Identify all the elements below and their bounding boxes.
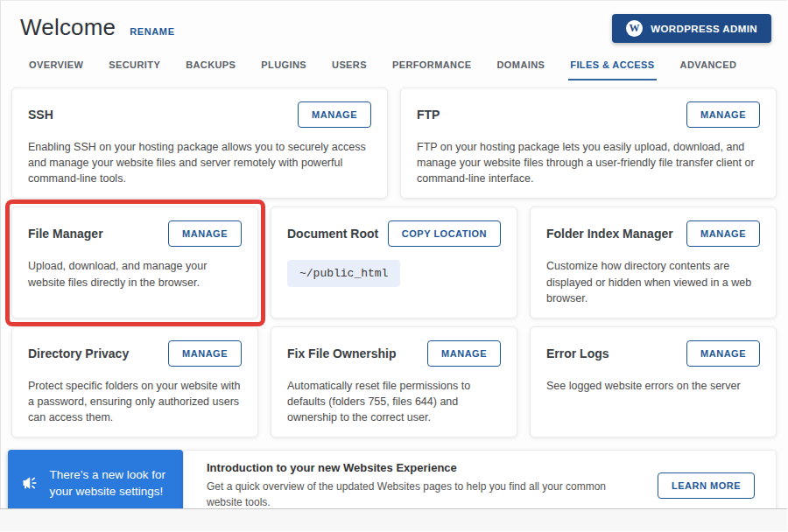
tab-security[interactable]: SECURITY	[107, 54, 162, 80]
card-file-manager: File Manager MANAGE Upload, download, an…	[11, 206, 258, 318]
directory-privacy-manage-button[interactable]: MANAGE	[168, 340, 242, 367]
card-document-root: Document Root COPY LOCATION ~/public_htm…	[271, 206, 517, 318]
learn-more-button[interactable]: LEARN MORE	[658, 472, 755, 499]
banner-description: Get a quick overview of the updated Webs…	[207, 479, 631, 510]
footer-strip	[0, 508, 787, 531]
copy-location-button[interactable]: COPY LOCATION	[388, 220, 501, 247]
rename-link[interactable]: RENAME	[130, 26, 174, 37]
tab-backups[interactable]: BACKUPS	[184, 54, 237, 80]
wordpress-admin-button[interactable]: W WORDPRESS ADMIN	[612, 14, 771, 43]
hosting-settings-page: Welcome RENAME W WORDPRESS ADMIN OVERVIE…	[0, 0, 787, 531]
document-root-title: Document Root	[287, 227, 378, 241]
tab-files-and-access[interactable]: FILES & ACCESS	[568, 54, 656, 80]
error-logs-title: Error Logs	[546, 346, 609, 360]
page-header: Welcome RENAME W WORDPRESS ADMIN	[1, 1, 787, 43]
card-ftp: FTP MANAGE FTP on your hosting package l…	[400, 88, 777, 199]
card-error-logs: Error Logs MANAGE See logged website err…	[530, 326, 777, 438]
welcome-row: Welcome RENAME	[20, 14, 175, 41]
ftp-description: FTP on your hosting package lets you eas…	[417, 139, 760, 186]
file-manager-highlight-wrapper: File Manager MANAGE Upload, download, an…	[11, 206, 258, 318]
folder-index-manager-manage-button[interactable]: MANAGE	[686, 220, 760, 247]
card-ssh: SSH MANAGE Enabling SSH on your hosting …	[11, 88, 388, 199]
ssh-description: Enabling SSH on your hosting package all…	[28, 139, 371, 186]
banner-title: Introduction to your new Websites Experi…	[207, 461, 631, 474]
ftp-manage-button[interactable]: MANAGE	[686, 102, 760, 128]
card-fix-file-ownership: Fix File Ownership MANAGE Automatically …	[271, 326, 517, 438]
folder-index-manager-description: Customize how directory contents are dis…	[546, 258, 760, 305]
banner-text: Introduction to your new Websites Experi…	[207, 461, 658, 510]
folder-index-manager-title: Folder Index Manager	[546, 227, 673, 241]
error-logs-description: See logged website errors on the server	[546, 378, 760, 394]
error-logs-manage-button[interactable]: MANAGE	[686, 340, 760, 367]
tab-bar: OVERVIEW SECURITY BACKUPS PLUGINS USERS …	[1, 54, 787, 80]
megaphone-icon	[22, 469, 38, 497]
promo-callout: There’s a new look for your website sett…	[8, 450, 183, 516]
tab-advanced[interactable]: ADVANCED	[679, 54, 739, 80]
card-folder-index-manager: Folder Index Manager MANAGE Customize ho…	[530, 206, 777, 318]
document-root-path: ~/public_html	[287, 260, 400, 287]
promo-text: There’s a new look for your website sett…	[49, 466, 169, 500]
ftp-title: FTP	[417, 108, 440, 122]
tab-plugins[interactable]: PLUGINS	[259, 54, 308, 80]
fix-file-ownership-description: Automatically reset file permissions to …	[287, 378, 501, 425]
wordpress-logo-icon: W	[626, 20, 643, 37]
directory-privacy-title: Directory Privacy	[28, 346, 129, 360]
file-manager-description: Upload, download, and manage your websit…	[28, 258, 242, 290]
directory-privacy-description: Protect specific folders on your website…	[28, 378, 242, 425]
ssh-manage-button[interactable]: MANAGE	[298, 102, 371, 128]
fix-file-ownership-title: Fix File Ownership	[287, 346, 396, 360]
tab-domains[interactable]: DOMAINS	[496, 54, 547, 80]
file-manager-manage-button[interactable]: MANAGE	[168, 220, 242, 247]
tab-performance[interactable]: PERFORMANCE	[390, 54, 474, 80]
file-manager-title: File Manager	[28, 227, 103, 241]
fix-file-ownership-manage-button[interactable]: MANAGE	[427, 340, 501, 367]
tab-users[interactable]: USERS	[330, 54, 369, 80]
card-directory-privacy: Directory Privacy MANAGE Protect specifi…	[11, 326, 258, 438]
page-title: Welcome	[20, 14, 116, 41]
wordpress-admin-label: WORDPRESS ADMIN	[651, 24, 757, 34]
cards-area: SSH MANAGE Enabling SSH on your hosting …	[1, 88, 787, 522]
tab-overview[interactable]: OVERVIEW	[27, 54, 85, 80]
ssh-title: SSH	[28, 108, 53, 122]
